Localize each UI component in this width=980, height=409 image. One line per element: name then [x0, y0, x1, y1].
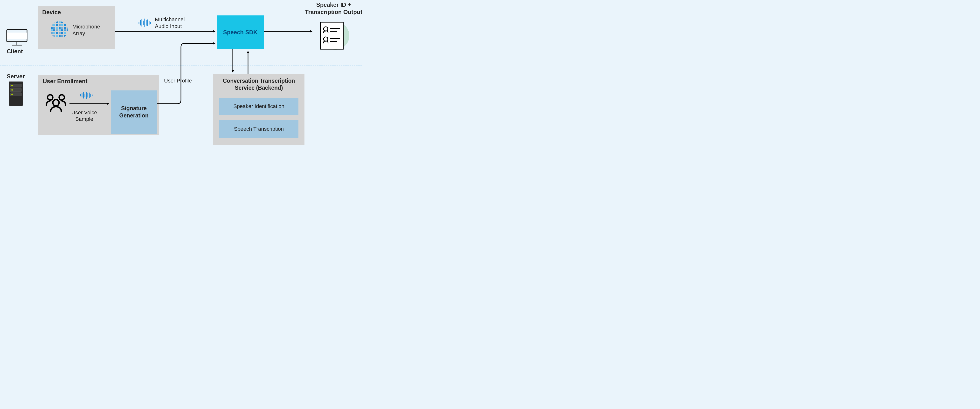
waveform-icon [138, 19, 153, 27]
svg-rect-29 [61, 27, 63, 29]
svg-rect-40 [53, 32, 55, 34]
svg-rect-24 [64, 24, 66, 26]
svg-rect-36 [61, 29, 63, 31]
audio-input-label: Multichannel Audio Input [155, 16, 185, 29]
backend-item-speaker-id: Speaker Identification [219, 98, 298, 115]
svg-rect-25 [51, 27, 52, 29]
svg-rect-16 [59, 21, 60, 24]
svg-rect-48 [59, 35, 60, 36]
svg-rect-21 [56, 24, 58, 26]
backend-item-speaker-id-label: Speaker Identification [233, 103, 285, 109]
svg-point-51 [48, 95, 53, 100]
microphone-array-label: Microphone Array [72, 24, 100, 36]
user-enrollment-title: User Enrollment [43, 78, 88, 85]
svg-rect-43 [61, 32, 63, 34]
svg-rect-30 [64, 27, 66, 29]
svg-rect-46 [53, 35, 55, 36]
speech-sdk-label: Speech SDK [223, 29, 258, 36]
signature-generation-label: Signature Generation [119, 105, 148, 119]
backend-item-transcription: Speech Transcription [219, 120, 298, 138]
backend-box: Conversation Transcription Service (Back… [213, 74, 304, 145]
client-monitor-icon [5, 28, 29, 47]
svg-rect-49 [61, 35, 63, 36]
svg-rect-38 [67, 29, 68, 31]
speech-sdk-box: Speech SDK [216, 16, 264, 49]
svg-rect-23 [61, 24, 63, 26]
svg-rect-50 [64, 35, 66, 36]
users-group-icon [44, 93, 68, 113]
waveform-small-icon [80, 92, 93, 99]
svg-rect-19 [51, 24, 52, 26]
signature-generation-box: Signature Generation [111, 90, 157, 134]
svg-point-9 [11, 89, 13, 91]
svg-rect-28 [59, 27, 60, 29]
svg-rect-32 [51, 29, 52, 31]
svg-rect-73 [320, 22, 343, 49]
svg-point-53 [53, 100, 59, 106]
user-voice-sample-label: User Voice Sample [72, 109, 97, 122]
svg-rect-39 [51, 32, 52, 34]
svg-rect-20 [53, 24, 55, 26]
server-rack-icon [9, 81, 23, 108]
svg-rect-35 [59, 29, 60, 31]
svg-rect-1 [7, 33, 27, 39]
svg-rect-13 [51, 21, 52, 24]
svg-point-52 [59, 95, 64, 100]
client-server-divider [0, 66, 362, 66]
svg-point-8 [11, 85, 13, 86]
svg-rect-22 [59, 24, 60, 26]
svg-rect-37 [64, 29, 66, 31]
backend-title: Conversation Transcription Service (Back… [213, 78, 304, 92]
svg-rect-44 [64, 32, 66, 34]
svg-rect-33 [53, 29, 55, 31]
device-title: Device [42, 9, 61, 16]
output-title: Speaker ID + Transcription Output [304, 1, 362, 16]
user-profile-label: User Profile [164, 78, 192, 84]
svg-rect-27 [56, 27, 58, 29]
svg-rect-15 [56, 21, 58, 24]
backend-item-transcription-label: Speech Transcription [234, 126, 284, 132]
output-doc-icon [313, 19, 350, 52]
microphone-array-icon [50, 21, 68, 39]
svg-rect-41 [56, 32, 58, 34]
svg-rect-34 [56, 29, 58, 31]
svg-rect-31 [67, 27, 68, 29]
svg-rect-47 [56, 35, 58, 36]
svg-rect-42 [59, 32, 60, 34]
svg-rect-18 [64, 21, 66, 24]
svg-rect-26 [53, 27, 55, 29]
svg-rect-14 [53, 21, 55, 24]
svg-rect-17 [61, 21, 63, 24]
client-label: Client [7, 48, 23, 55]
svg-rect-45 [51, 35, 52, 36]
svg-point-10 [11, 94, 13, 95]
server-label: Server [7, 73, 25, 80]
